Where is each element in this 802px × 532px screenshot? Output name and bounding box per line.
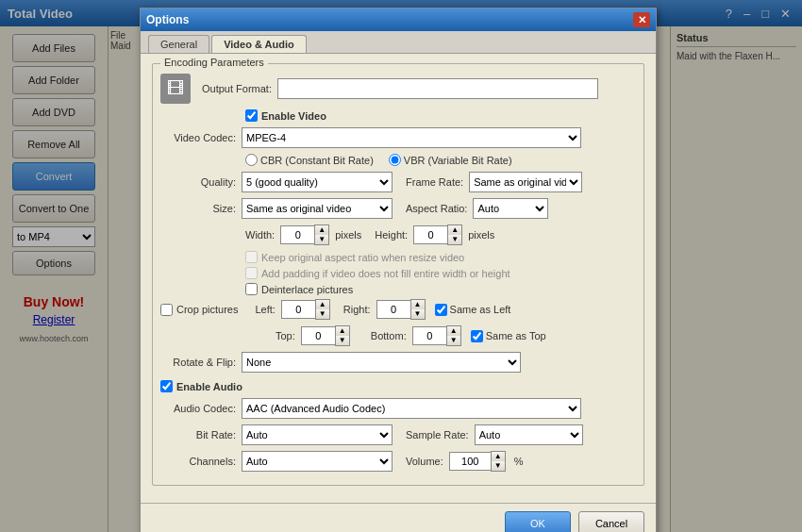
right-down-button[interactable]: ▼ bbox=[411, 309, 425, 319]
width-spinner-buttons: ▲ ▼ bbox=[314, 224, 329, 245]
bit-rate-select[interactable]: Auto bbox=[242, 424, 393, 445]
add-padding-checkbox[interactable] bbox=[245, 267, 258, 279]
cbr-radio[interactable] bbox=[245, 154, 258, 166]
size-label: Size: bbox=[160, 203, 236, 214]
width-input[interactable] bbox=[280, 225, 314, 244]
right-label: Right: bbox=[343, 304, 371, 315]
channels-select[interactable]: Auto bbox=[242, 451, 393, 472]
aspect-ratio-select[interactable]: Auto bbox=[473, 198, 548, 219]
same-as-top-checkbox[interactable] bbox=[471, 330, 483, 342]
left-down-button[interactable]: ▼ bbox=[316, 309, 329, 319]
enable-video-row: Enable Video bbox=[245, 109, 636, 122]
height-down-button[interactable]: ▼ bbox=[448, 235, 461, 244]
top-label: Top: bbox=[276, 330, 295, 341]
audio-codec-select[interactable]: AAC (Advanced Audio Codec) bbox=[242, 398, 581, 419]
tab-general[interactable]: General bbox=[148, 35, 209, 53]
width-spinner: ▲ ▼ bbox=[280, 224, 329, 245]
output-format-row: 🎞 Output Format: MP4 bbox=[160, 74, 636, 104]
height-input[interactable] bbox=[413, 225, 447, 244]
bitrate-mode-row: CBR (Constant Bit Rate) VBR (Variable Bi… bbox=[245, 154, 636, 166]
audio-codec-label: Audio Codec: bbox=[160, 403, 236, 414]
encoding-group-title: Encoding Parameters bbox=[160, 57, 268, 68]
tab-video-audio[interactable]: Video & Audio bbox=[211, 35, 307, 53]
size-select[interactable]: Same as original video bbox=[242, 198, 393, 219]
width-down-button[interactable]: ▼ bbox=[315, 235, 328, 244]
bitrate-samplerate-row: Bit Rate: Auto Sample Rate: Auto bbox=[160, 424, 636, 445]
volume-spinner-buttons: ▲ ▼ bbox=[491, 451, 506, 472]
dialog-close-button[interactable]: ✕ bbox=[633, 12, 650, 27]
right-spinner: ▲ ▼ bbox=[376, 299, 426, 320]
sample-rate-label: Sample Rate: bbox=[406, 429, 469, 441]
channels-volume-row: Channels: Auto Volume: ▲ ▼ % bbox=[160, 451, 636, 472]
bit-rate-label: Bit Rate: bbox=[160, 429, 236, 441]
keep-ratio-row: Keep original aspect ratio when resize v… bbox=[245, 251, 636, 263]
left-up-button[interactable]: ▲ bbox=[316, 300, 329, 309]
audio-codec-row: Audio Codec: AAC (Advanced Audio Codec) bbox=[160, 398, 636, 419]
volume-input[interactable] bbox=[449, 452, 491, 471]
left-input[interactable] bbox=[281, 300, 315, 319]
enable-video-checkbox[interactable] bbox=[245, 109, 258, 122]
cancel-button[interactable]: Cancel bbox=[578, 511, 644, 532]
quality-label: Quality: bbox=[160, 176, 236, 188]
quality-select[interactable]: 5 (good quality) bbox=[242, 172, 393, 192]
enable-audio-checkbox[interactable] bbox=[160, 380, 173, 392]
left-spinner-buttons: ▲ ▼ bbox=[315, 299, 330, 320]
crop-checkbox[interactable] bbox=[160, 304, 173, 316]
top-bottom-row: Top: ▲ ▼ Bottom: ▲ ▼ bbox=[276, 325, 636, 346]
width-label: Width: bbox=[245, 229, 275, 241]
video-codec-select[interactable]: MPEG-4 bbox=[242, 127, 581, 148]
rotate-flip-label: Rotate & Flip: bbox=[160, 357, 236, 368]
height-spinner-buttons: ▲ ▼ bbox=[447, 224, 462, 245]
deinterlace-label[interactable]: Deinterlace pictures bbox=[245, 283, 353, 295]
channels-label: Channels: bbox=[160, 456, 236, 467]
frame-rate-label: Frame Rate: bbox=[406, 176, 463, 188]
dialog-title: Options bbox=[146, 13, 189, 26]
crop-row: Crop pictures Left: ▲ ▼ Right: bbox=[160, 299, 636, 320]
ok-button[interactable]: OK bbox=[505, 511, 571, 532]
right-input[interactable] bbox=[376, 300, 410, 319]
width-up-button[interactable]: ▲ bbox=[315, 225, 328, 235]
enable-video-label: Enable Video bbox=[261, 110, 326, 122]
sample-rate-select[interactable]: Auto bbox=[475, 424, 583, 445]
frame-rate-select[interactable]: Same as original video bbox=[469, 172, 582, 192]
left-label: Left: bbox=[255, 304, 275, 315]
height-label: Height: bbox=[375, 229, 408, 241]
output-format-select[interactable]: MP4 bbox=[277, 78, 598, 99]
vbr-radio[interactable] bbox=[389, 154, 401, 166]
pixels-label-2: pixels bbox=[468, 229, 494, 241]
dialog-tabs: General Video & Audio bbox=[141, 31, 656, 54]
same-as-left-label[interactable]: Same as Left bbox=[435, 304, 511, 316]
cbr-radio-label[interactable]: CBR (Constant Bit Rate) bbox=[245, 154, 374, 166]
bottom-up-button[interactable]: ▲ bbox=[447, 326, 460, 336]
modal-overlay: Options ✕ General Video & Audio Encoding… bbox=[0, 0, 802, 532]
video-codec-row: Video Codec: MPEG-4 bbox=[160, 127, 636, 148]
keep-ratio-checkbox[interactable] bbox=[245, 251, 258, 263]
dialog-body: Encoding Parameters 🎞 Output Format: MP4… bbox=[141, 54, 656, 503]
volume-label: Volume: bbox=[406, 456, 443, 467]
add-padding-label[interactable]: Add padding if video does not fill entir… bbox=[245, 267, 510, 279]
bottom-down-button[interactable]: ▼ bbox=[447, 336, 460, 345]
top-input[interactable] bbox=[301, 326, 335, 345]
output-format-label: Output Format: bbox=[196, 83, 272, 94]
size-aspect-row: Size: Same as original video Aspect Rati… bbox=[160, 198, 636, 219]
rotate-flip-row: Rotate & Flip: None bbox=[160, 352, 636, 373]
deinterlace-checkbox[interactable] bbox=[245, 283, 258, 295]
top-spinner: ▲ ▼ bbox=[301, 325, 350, 346]
quality-framerate-row: Quality: 5 (good quality) Frame Rate: Sa… bbox=[160, 172, 636, 192]
vbr-radio-label[interactable]: VBR (Variable Bit Rate) bbox=[389, 154, 512, 166]
same-as-left-checkbox[interactable] bbox=[435, 304, 447, 316]
height-up-button[interactable]: ▲ bbox=[448, 225, 461, 235]
rotate-flip-select[interactable]: None bbox=[242, 352, 521, 373]
top-up-button[interactable]: ▲ bbox=[336, 326, 349, 336]
dialog-titlebar: Options ✕ bbox=[141, 8, 656, 31]
volume-down-button[interactable]: ▼ bbox=[492, 461, 505, 471]
bottom-spinner: ▲ ▼ bbox=[412, 325, 461, 346]
add-padding-row: Add padding if video does not fill entir… bbox=[245, 267, 636, 279]
volume-up-button[interactable]: ▲ bbox=[492, 452, 505, 461]
enable-audio-row: Enable Audio bbox=[160, 380, 636, 392]
bottom-input[interactable] bbox=[412, 326, 446, 345]
right-up-button[interactable]: ▲ bbox=[411, 300, 425, 309]
top-down-button[interactable]: ▼ bbox=[336, 336, 349, 345]
same-as-top-label[interactable]: Same as Top bbox=[471, 330, 546, 342]
keep-ratio-label[interactable]: Keep original aspect ratio when resize v… bbox=[245, 251, 464, 263]
